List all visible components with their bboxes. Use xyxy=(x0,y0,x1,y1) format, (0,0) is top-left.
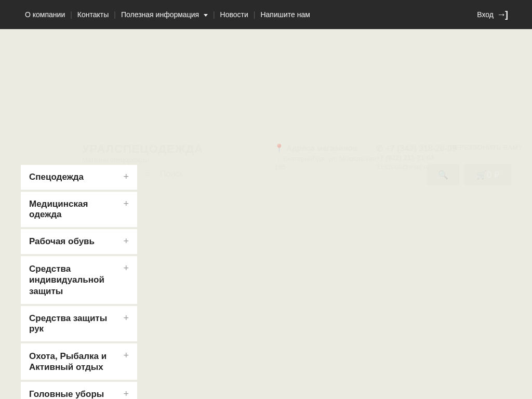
nav-about[interactable]: О компании xyxy=(25,10,65,19)
expand-icon: + xyxy=(123,351,129,360)
addresses-label: 📍 Адреса магазинов xyxy=(274,143,357,153)
category-item[interactable]: Средства защиты рук + xyxy=(21,306,137,343)
cart-button[interactable]: 🛒 0 ₽ xyxy=(464,164,511,185)
search-placeholder[interactable]: Поиск xyxy=(160,169,183,179)
nav-info-label: Полезная информация xyxy=(121,10,199,19)
expand-icon: + xyxy=(123,263,129,273)
search-submit-button[interactable]: 🔍 xyxy=(427,164,459,185)
nav-sep: | xyxy=(114,10,116,19)
phone-primary[interactable]: ✆ +7 (343) 318-20-09 xyxy=(376,143,457,153)
search-icon: 🔍 xyxy=(438,170,448,180)
address-city: г. Екатеринбург, ул. Московская, xyxy=(277,155,378,163)
map-pin-icon: 📍 xyxy=(274,143,284,152)
category-label: Средства индивидуальной защиты xyxy=(29,263,123,297)
nav-write[interactable]: Напишите нам xyxy=(260,10,310,19)
topnav: О компании | Контакты | Полезная информа… xyxy=(25,10,310,19)
brand-tagline: Магазин спецодежды xyxy=(82,156,149,164)
expand-icon: + xyxy=(123,389,129,398)
category-item[interactable]: Спецодежда + xyxy=(21,165,137,192)
hamburger-icon: ≡ xyxy=(145,169,150,179)
category-label: Головные уборы xyxy=(29,389,109,399)
category-item[interactable]: Медицинская одежда + xyxy=(21,192,137,229)
category-item[interactable]: Охота, Рыбалка и Активный отдых + xyxy=(21,343,137,382)
brand-name: УРАЛСПЕЦОДЕЖДА xyxy=(82,142,203,156)
login-button[interactable]: Вход →] xyxy=(477,9,507,20)
category-item[interactable]: Головные уборы + xyxy=(21,382,137,399)
category-label: Медицинская одежда xyxy=(29,199,123,220)
login-label: Вход xyxy=(477,10,494,19)
topbar: О компании | Контакты | Полезная информа… xyxy=(0,0,532,29)
chevron-down-icon xyxy=(204,14,208,17)
category-sidebar: Спецодежда + Медицинская одежда + Рабоча… xyxy=(21,165,137,399)
phone-primary-text: +7 (343) 318-20-09 xyxy=(385,144,456,153)
nav-news[interactable]: Новости xyxy=(220,10,248,19)
addresses-title: Адреса магазинов xyxy=(286,143,357,152)
category-item[interactable]: Средства индивидуальной защиты + xyxy=(21,256,137,306)
nav-sep: | xyxy=(213,10,215,19)
nav-sep: | xyxy=(254,10,256,19)
expand-icon: + xyxy=(123,313,129,323)
category-label: Спецодежда xyxy=(29,172,89,182)
phone-icon: ✆ xyxy=(376,144,383,153)
cart-icon: 🛒 xyxy=(476,170,487,180)
nav-contacts[interactable]: Контакты xyxy=(77,10,109,19)
nav-info[interactable]: Полезная информация xyxy=(121,10,208,19)
expand-icon: + xyxy=(123,199,129,208)
category-item[interactable]: Рабочая обувь + xyxy=(21,229,137,256)
phone-secondary[interactable]: +7 (922) 211-21-02 xyxy=(376,154,434,162)
nav-sep: | xyxy=(70,10,72,19)
cart-price: 0 ₽ xyxy=(487,170,499,180)
hero: УРАЛСПЕЦОДЕЖДА Магазин спецодежды 📍 Адре… xyxy=(0,29,532,166)
category-label: Охота, Рыбалка и Активный отдых xyxy=(29,351,123,373)
category-label: Рабочая обувь xyxy=(29,236,100,247)
category-label: Средства защиты рук xyxy=(29,313,123,334)
login-icon: →] xyxy=(497,9,507,20)
expand-icon: + xyxy=(123,172,129,181)
callback-link[interactable]: ПЕРЕЗВОНИТЬ ВАМ? xyxy=(450,143,522,151)
expand-icon: + xyxy=(123,236,129,246)
